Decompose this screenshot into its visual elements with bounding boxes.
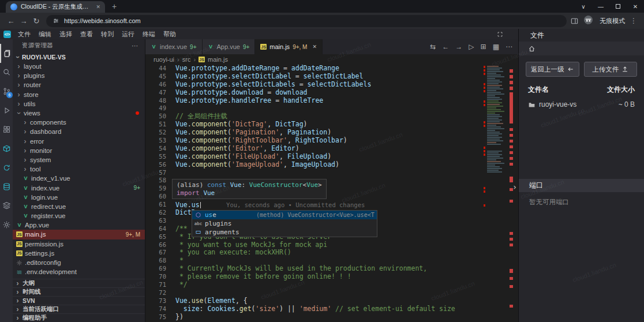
breadcrumb-item[interactable]: src: [182, 56, 191, 63]
code-line[interactable]: 49: [145, 104, 518, 113]
sidebar-section[interactable]: ›当前活跃端口: [13, 305, 145, 313]
file-row[interactable]: ruoyi-vue-vs ~ 0 B: [519, 98, 644, 111]
code-line[interactable]: 67 * you can execute: mockXHR(): [145, 249, 518, 257]
layers-icon[interactable]: [0, 196, 13, 215]
layout-icon[interactable]: ▦: [493, 43, 499, 51]
sync-icon[interactable]: [0, 158, 13, 177]
tree-item[interactable]: ›store: [13, 90, 145, 99]
code-line[interactable]: 44Vue.prototype.addDateRange = addDateRa…: [145, 65, 518, 73]
code-line[interactable]: 47Vue.prototype.download = download: [145, 89, 518, 97]
files-icon[interactable]: [0, 44, 13, 63]
home-icon[interactable]: [528, 45, 536, 53]
database-icon[interactable]: [0, 177, 13, 196]
code-line[interactable]: 66 * you want to use MockJs for mock api: [145, 241, 518, 249]
code-line[interactable]: 69 * Currently MockJs will be used in th…: [145, 265, 518, 273]
code-editor[interactable]: 44Vue.prototype.addDateRange = addDateRa…: [145, 65, 518, 322]
extensions-icon[interactable]: [0, 120, 13, 139]
tree-item[interactable]: ›tool: [13, 164, 145, 174]
code-line[interactable]: 50// 全局组件挂载: [145, 113, 518, 121]
close-icon[interactable]: ✕: [312, 44, 317, 50]
code-line[interactable]: 71 */: [145, 281, 518, 289]
menu-item[interactable]: 运行: [118, 30, 138, 39]
code-line[interactable]: 51Vue.component('DictTag', DictTag): [145, 121, 518, 129]
code-line[interactable]: 72: [145, 289, 518, 297]
tree-item[interactable]: Vindex.vue9+: [13, 183, 145, 192]
code-line[interactable]: 68 *: [145, 257, 518, 265]
code-line[interactable]: 55Vue.component('FileUpload', FileUpload…: [145, 153, 518, 161]
open-changes-icon[interactable]: ⇆: [430, 43, 436, 51]
code-line[interactable]: 48Vue.prototype.handleTree = handleTree: [145, 97, 518, 105]
sidebar-section[interactable]: ›SVN: [13, 296, 145, 305]
package-icon[interactable]: [0, 139, 13, 158]
sidebar-section[interactable]: ›编程助手: [13, 313, 145, 322]
code-line[interactable]: 54Vue.component('Editor', Editor): [145, 145, 518, 153]
code-line[interactable]: 57: [145, 169, 518, 177]
tree-item[interactable]: ›monitor: [13, 146, 145, 155]
back-parent-button[interactable]: 返回上一级: [526, 62, 579, 77]
tree-item[interactable]: Vregister.vue: [13, 211, 145, 220]
settings-gear-icon[interactable]: [0, 215, 13, 234]
menu-dots-icon[interactable]: ⋮: [630, 17, 637, 25]
code-line[interactable]: 53Vue.component('RightToolbar', RightToo…: [145, 137, 518, 145]
code-line[interactable]: 45Vue.prototype.selectDictLabel = select…: [145, 73, 518, 81]
code-line[interactable]: 46Vue.prototype.selectDictLabels = selec…: [145, 81, 518, 89]
menu-item[interactable]: 转到: [97, 30, 118, 39]
tree-item[interactable]: JSpermission.js: [13, 239, 145, 249]
menu-item[interactable]: 帮助: [159, 30, 180, 39]
refresh-icon[interactable]: ↻: [30, 17, 43, 25]
close-icon[interactable]: ✕: [627, 3, 644, 10]
address-bar[interactable]: https://webide.sinosoft.com: [46, 15, 567, 27]
suggest-item[interactable]: use(method) VueConstructor<Vue>.use<T>(p…: [192, 211, 377, 219]
menu-item[interactable]: 编辑: [35, 30, 55, 39]
suggest-item[interactable]: arguments: [192, 228, 377, 237]
maximize-icon[interactable]: [609, 3, 627, 10]
breadcrumb-item[interactable]: ruoyi-ui: [153, 56, 174, 63]
tree-item[interactable]: ›dashboard: [13, 127, 145, 136]
sidebar-section[interactable]: ›大纲: [13, 279, 145, 287]
minimap[interactable]: [487, 66, 507, 322]
minimize-icon[interactable]: —: [592, 3, 609, 10]
site-info-icon[interactable]: [53, 17, 59, 24]
tree-item[interactable]: Vindex_v1.vue: [13, 174, 145, 183]
new-tab-button[interactable]: +: [112, 2, 117, 11]
search-icon[interactable]: [0, 63, 13, 82]
source-control-icon[interactable]: 6: [0, 82, 13, 101]
code-line[interactable]: 56Vue.component('ImageUpload', ImageUplo…: [145, 161, 518, 169]
tree-item[interactable]: ›views: [13, 108, 145, 118]
tree-item[interactable]: ›utils: [13, 99, 145, 108]
run-debug-icon[interactable]: [0, 101, 13, 120]
tree-item[interactable]: VApp.vue: [13, 220, 145, 230]
breadcrumb-item[interactable]: main.js: [208, 56, 228, 63]
code-line[interactable]: 75}): [145, 313, 518, 321]
tree-item[interactable]: ›components: [13, 118, 145, 127]
menu-item[interactable]: 选择: [55, 30, 76, 39]
code-line[interactable]: 61Vue.usYou, seconds ago • Uncommitted c…: [145, 201, 518, 209]
menu-item[interactable]: 文件: [14, 30, 35, 39]
incognito-avatar-icon[interactable]: [584, 16, 594, 26]
forward-icon[interactable]: →: [455, 43, 462, 51]
panel-expand-icon[interactable]: ›: [511, 184, 518, 192]
menu-item[interactable]: 终端: [138, 30, 159, 39]
sidebar-section[interactable]: ›时间线: [13, 287, 145, 296]
forward-icon[interactable]: →: [17, 17, 30, 25]
tree-item[interactable]: .editorconfig: [13, 258, 145, 267]
tree-root[interactable]: › RUOYI-VUE-VS: [13, 52, 145, 62]
browser-tab[interactable]: CloudIDE - 云原生集成开发环境 ✕: [6, 1, 105, 13]
tree-item[interactable]: JSmain.js9+, M: [13, 230, 145, 239]
side-panel-icon[interactable]: [570, 17, 579, 25]
menu-item[interactable]: 查看: [76, 30, 97, 39]
ports-section-header[interactable]: 端口: [519, 179, 644, 192]
code-line[interactable]: 74 size: Cookies.get('size') || 'medium'…: [145, 305, 518, 313]
editor-tab[interactable]: VApp.vue9+: [203, 39, 256, 54]
editor-tab[interactable]: Vindex.vue9+: [145, 39, 203, 54]
tree-item[interactable]: ›layout: [13, 62, 145, 71]
code-line[interactable]: 70 * please remove it before going onlin…: [145, 273, 518, 281]
upload-file-button[interactable]: 上传文件: [584, 62, 638, 77]
tree-item[interactable]: Vlogin.vue: [13, 193, 145, 202]
suggest-item[interactable]: abcplugins: [192, 219, 377, 228]
tree-item[interactable]: Vredirect.vue: [13, 202, 145, 211]
tree-item[interactable]: ›router: [13, 80, 145, 89]
tree-item[interactable]: .env.development: [13, 267, 145, 276]
window-chevron-icon[interactable]: ∨: [575, 3, 592, 10]
split-editor-icon[interactable]: ⊞: [481, 43, 486, 51]
